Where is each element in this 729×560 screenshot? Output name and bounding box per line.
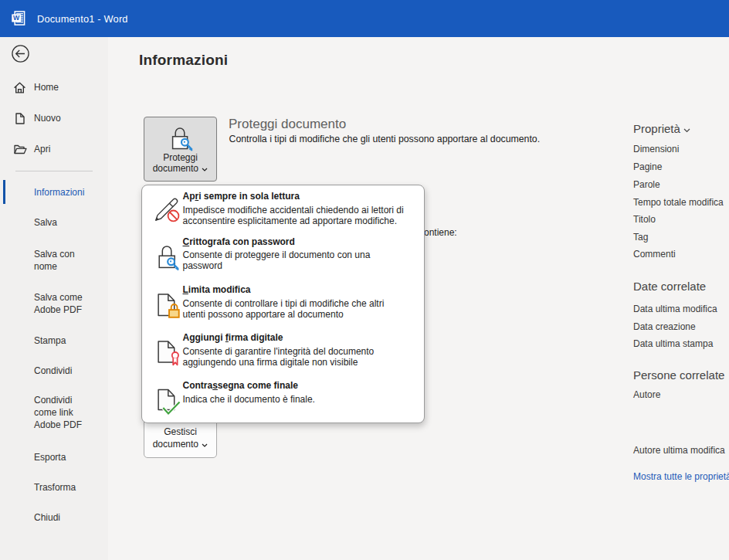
- svg-text:W: W: [13, 14, 20, 22]
